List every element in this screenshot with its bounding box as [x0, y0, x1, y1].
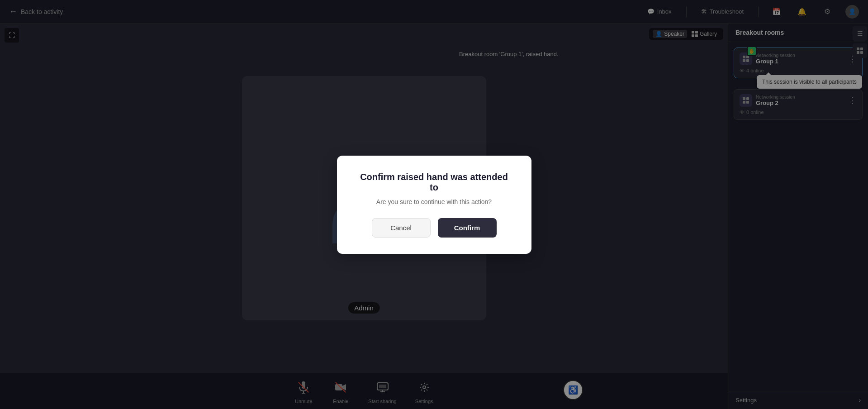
- modal-subtitle: Are you sure to continue with this actio…: [355, 198, 513, 205]
- confirm-modal: Confirm raised hand was attended to Are …: [337, 156, 531, 254]
- modal-buttons: Cancel Confirm: [355, 218, 513, 238]
- modal-title: Confirm raised hand was attended to: [355, 172, 513, 193]
- modal-overlay: Confirm raised hand was attended to Are …: [0, 0, 868, 409]
- cancel-button[interactable]: Cancel: [372, 218, 431, 238]
- confirm-button[interactable]: Confirm: [438, 218, 497, 238]
